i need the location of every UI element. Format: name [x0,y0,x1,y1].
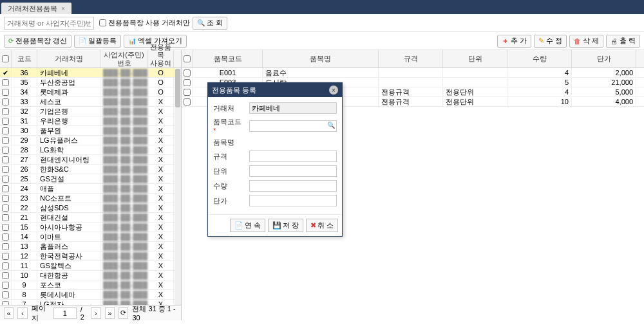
row-checkbox[interactable] [2,224,9,231]
table-row[interactable]: 32기업은행███-██-█████X [0,107,181,116]
row-checkbox[interactable] [2,137,9,144]
row-checkbox[interactable] [2,253,9,260]
col-regno[interactable]: 사업자(주민)번호 [100,50,148,68]
table-row[interactable]: 31우리은행███-██-█████X [0,116,181,126]
row-checkbox[interactable] [184,89,191,96]
row-checkbox[interactable] [184,98,191,105]
items-select-all[interactable] [184,55,191,62]
col-item-code[interactable]: 품목코드 [193,50,263,68]
pager-refresh[interactable]: ⟳ [118,307,128,319]
col-code[interactable]: 코드 [12,50,37,68]
row-checkbox[interactable] [2,214,9,221]
row-checkbox[interactable] [2,272,9,279]
pager-prev[interactable]: ‹ [17,307,27,319]
col-price[interactable]: 단가 [572,50,636,68]
table-row[interactable]: 21현대건설███-██-█████X [0,213,181,223]
table-row[interactable]: 10대한항공███-██-█████X [0,271,181,280]
row-checkbox[interactable] [2,291,9,298]
row-checkbox[interactable] [2,98,9,105]
row-checkbox[interactable] [2,282,9,289]
row-checkbox[interactable] [2,89,9,96]
dlg-save-button[interactable]: 💾저 장 [268,219,303,232]
row-checkbox[interactable] [2,156,9,163]
table-row[interactable]: 12한국전력공사███-██-█████X [0,251,181,261]
table-row[interactable]: 11GS칼텍스███-██-█████X [0,261,181,271]
lookup-icon[interactable]: 🔍 [327,122,335,129]
col-partner-name[interactable]: 거래처명 [37,50,100,68]
row-checkbox[interactable] [2,118,9,125]
dlg-cancel-button[interactable]: ✖취 소 [306,219,338,232]
pager-next[interactable]: › [91,307,100,319]
search-icon: 🔍 [197,19,205,26]
row-checkbox[interactable] [184,69,191,77]
dialog-header[interactable]: 전용품목 등록 × [208,83,342,97]
dlg-qty-field[interactable] [249,180,337,192]
row-checkbox[interactable] [2,205,9,212]
dialog-close-icon[interactable]: × [329,86,338,95]
table-row[interactable]: 7LG전자███-██-█████X [0,300,181,305]
row-checkbox[interactable] [2,243,9,250]
dlg-unit-field[interactable] [249,165,337,177]
print-button[interactable]: 🖨 출 력 [606,35,640,48]
row-checkbox[interactable] [2,147,9,154]
row-checkbox[interactable] [2,262,9,269]
edit-button[interactable]: ✎ 수 정 [534,35,567,48]
col-use[interactable]: 전용품목 사용여부 [148,50,174,68]
search-button[interactable]: 🔍 조 회 [193,17,227,30]
table-row[interactable]: 34롯데제과███-██-█████O [0,87,181,97]
tab-active[interactable]: 거래처전용품목 × [1,3,71,14]
row-checkbox[interactable] [2,108,9,115]
table-row[interactable]: 26한화S&C███-██-█████X [0,165,181,174]
row-checkbox[interactable] [2,185,9,192]
table-row[interactable]: 33세스코███-██-█████X [0,97,181,107]
pager-input[interactable] [53,307,77,319]
row-checkbox[interactable] [2,301,9,305]
table-row[interactable]: 15아시아나항공███-██-█████X [0,223,181,232]
col-unit[interactable]: 단위 [443,50,507,68]
table-row[interactable]: 8롯데시네마███-██-█████X [0,290,181,300]
delete-button[interactable]: 🗑 삭 제 [569,35,603,48]
table-row[interactable]: 25GS건설███-██-█████X [0,174,181,184]
table-row[interactable]: 9포스코███-██-█████X [0,280,181,290]
select-all-checkbox[interactable] [2,55,9,62]
row-checkbox[interactable] [2,233,9,241]
scrollbar[interactable] [175,68,181,305]
pager-last[interactable]: » [105,307,115,319]
col-item-name[interactable]: 품목명 [263,50,379,68]
dlg-continue-button[interactable]: 📄연 속 [230,219,265,232]
col-qty[interactable]: 수량 [507,50,572,68]
table-row[interactable]: E001음료수42,000 [182,68,644,78]
table-row[interactable]: 14이마트███-██-█████X [0,232,181,242]
pager-first[interactable]: « [4,307,14,319]
table-row[interactable]: 23NC소프트███-██-█████X [0,194,181,203]
scrollbar-thumb[interactable] [175,69,180,107]
table-row[interactable]: 13홈플러스███-██-█████X [0,242,181,251]
row-checkbox[interactable] [2,127,9,134]
batch-button[interactable]: 📄 일괄등록 [74,35,121,48]
table-row[interactable]: 22삼성SDS███-██-█████X [0,203,181,213]
row-checkbox[interactable] [184,79,191,86]
table-row[interactable]: 24애플███-██-█████X [0,184,181,194]
dlg-spec-field[interactable] [249,150,337,162]
row-checkbox[interactable] [2,176,9,183]
filter-checkbox-label[interactable]: 전용품목장 사용 거래처만 [99,18,190,28]
search-input[interactable] [4,17,94,30]
table-row[interactable]: 29LG유플러스███-██-█████X [0,136,181,145]
col-spec[interactable]: 규격 [379,50,443,68]
table-row[interactable]: 27현대엔지니어링███-██-█████X [0,155,181,165]
dlg-code-field[interactable] [249,120,337,132]
row-checkbox[interactable] [2,166,9,173]
table-row[interactable]: 28LG화학███-██-█████X [0,145,181,155]
refresh-button[interactable]: ⟳ 전용품목장 갱신 [4,35,71,48]
row-checkbox[interactable] [2,195,9,202]
filter-checkbox[interactable] [99,19,106,26]
tab-label: 거래처전용품목 [8,4,57,14]
row-checkbox[interactable] [2,79,9,86]
table-row[interactable]: 35두산중공업███-██-█████O [0,78,181,87]
table-row[interactable]: 30풀무원███-██-█████X [0,126,181,136]
table-row[interactable]: ✔36카페베네███-██-█████O [0,68,181,78]
dlg-price-field[interactable] [249,195,337,206]
close-icon[interactable]: × [61,5,65,12]
partner-grid-body[interactable]: ✔36카페베네███-██-█████O35두산중공업███-██-█████O… [0,68,181,305]
add-button[interactable]: ＋ 추 가 [497,35,531,48]
